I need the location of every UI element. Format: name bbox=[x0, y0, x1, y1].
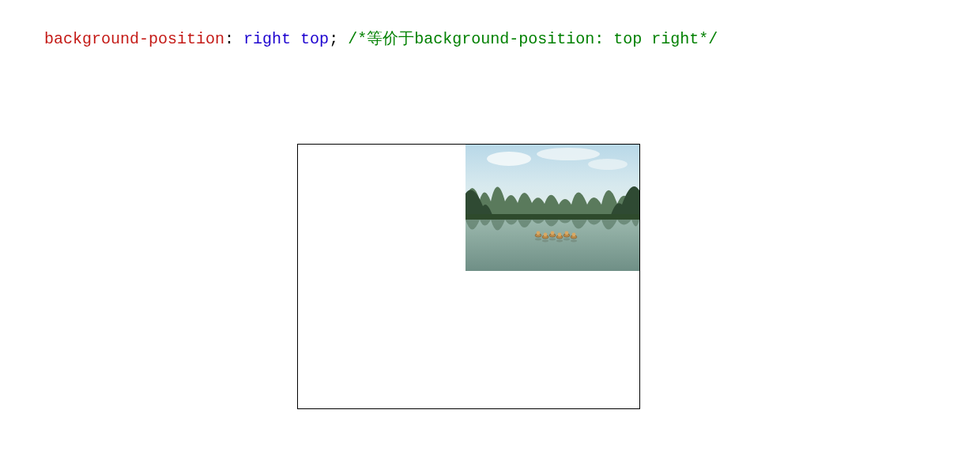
svg-point-23 bbox=[571, 240, 577, 243]
svg-point-19 bbox=[542, 240, 548, 243]
svg-point-16 bbox=[565, 231, 569, 235]
svg-point-21 bbox=[556, 240, 563, 243]
css-value-top: top bbox=[300, 30, 329, 48]
demo-container bbox=[297, 144, 640, 409]
svg-point-14 bbox=[551, 231, 555, 235]
svg-point-22 bbox=[564, 239, 570, 241]
svg-point-20 bbox=[549, 239, 556, 241]
svg-point-15 bbox=[558, 233, 562, 237]
svg-point-3 bbox=[588, 159, 628, 170]
css-colon: : bbox=[224, 30, 243, 48]
css-space bbox=[291, 30, 300, 48]
css-semicolon: ; bbox=[329, 30, 348, 48]
svg-rect-5 bbox=[466, 220, 639, 271]
svg-point-2 bbox=[537, 148, 600, 160]
svg-point-12 bbox=[537, 231, 541, 235]
svg-point-17 bbox=[572, 233, 576, 237]
css-code-line: background-position: right top; /*等价于bac… bbox=[25, 6, 718, 51]
landscape-image bbox=[466, 145, 639, 271]
css-value-right: right bbox=[243, 30, 291, 48]
css-property: background-position bbox=[44, 30, 224, 48]
svg-point-18 bbox=[535, 239, 541, 241]
svg-point-1 bbox=[487, 152, 531, 166]
svg-point-13 bbox=[544, 233, 548, 237]
css-comment: /*等价于background-position: top right*/ bbox=[348, 30, 718, 48]
